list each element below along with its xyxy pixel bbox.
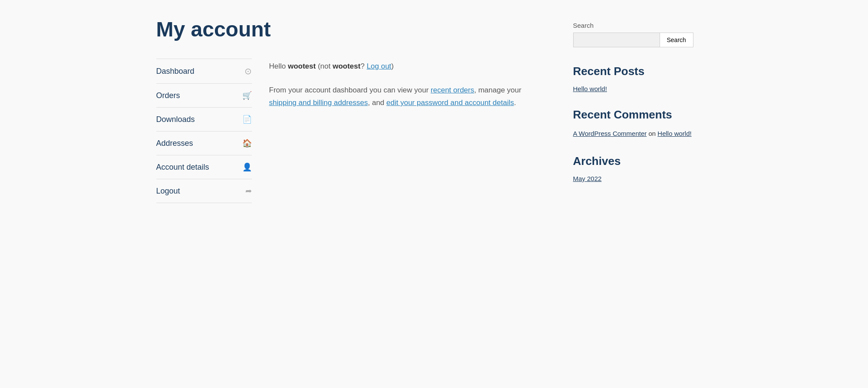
nav-label-dashboard: Dashboard [156, 67, 195, 76]
nav-item-downloads[interactable]: Downloads 📄 [156, 108, 252, 132]
addresses-icon: 🏠 [242, 138, 252, 148]
archives-section: Archives May 2022 [573, 155, 712, 182]
desc-end: . [514, 99, 516, 107]
greeting-suffix: ? [360, 62, 366, 70]
desc-mid1: , manage your [474, 86, 521, 94]
orders-icon: 🛒 [242, 91, 252, 100]
nav-label-account-details: Account details [156, 163, 209, 172]
description-text: From your account dashboard you can view… [269, 84, 538, 109]
nav-item-orders[interactable]: Orders 🛒 [156, 84, 252, 108]
greeting-middle: (not [316, 62, 333, 70]
recent-posts-title: Recent Posts [573, 65, 712, 78]
nav-item-dashboard[interactable]: Dashboard ⊙ [156, 59, 252, 84]
greeting-user2: wootest [333, 62, 360, 70]
sidebar: Search Search Recent Posts Hello world! … [573, 17, 712, 203]
archive-link[interactable]: May 2022 [573, 175, 712, 182]
shipping-billing-link[interactable]: shipping and billing addresses [269, 99, 368, 107]
archives-title: Archives [573, 155, 712, 168]
nav-label-downloads: Downloads [156, 115, 195, 124]
recent-comments-title: Recent Comments [573, 108, 712, 122]
nav-label-addresses: Addresses [156, 139, 193, 148]
nav-item-account-details[interactable]: Account details 👤 [156, 155, 252, 179]
commenter-on-text: on [647, 130, 657, 137]
commenter-post-link[interactable]: Hello world! [657, 130, 691, 137]
account-nav: Dashboard ⊙ Orders 🛒 Downloads 📄 Address… [156, 59, 252, 203]
logout-link[interactable]: Log out [366, 62, 391, 70]
nav-item-logout[interactable]: Logout ➦ [156, 179, 252, 203]
greeting-text: Hello wootest (not wootest? Log out) [269, 60, 538, 72]
logout-icon: ➦ [245, 186, 252, 196]
nav-label-orders: Orders [156, 91, 180, 100]
account-details-icon: 👤 [242, 162, 252, 172]
password-account-link[interactable]: edit your password and account details [386, 99, 514, 107]
desc-prefix: From your account dashboard you can view… [269, 86, 431, 94]
recent-posts-section: Recent Posts Hello world! [573, 65, 712, 92]
dashboard-content: Hello wootest (not wootest? Log out) Fro… [269, 59, 538, 203]
recent-comments-section: Recent Comments A WordPress Commenter on… [573, 108, 712, 139]
commenter-link[interactable]: A WordPress Commenter [573, 130, 647, 137]
greeting-user: wootest [288, 62, 316, 70]
dashboard-icon: ⊙ [244, 66, 252, 76]
recent-post-link[interactable]: Hello world! [573, 85, 712, 92]
greeting-prefix: Hello [269, 62, 288, 70]
nav-label-logout: Logout [156, 187, 180, 196]
main-content: Dashboard ⊙ Orders 🛒 Downloads 📄 Address… [156, 59, 538, 203]
search-input[interactable] [573, 33, 660, 47]
downloads-icon: 📄 [242, 115, 252, 124]
search-widget: Search Search [573, 22, 712, 47]
greeting-end: ) [391, 62, 394, 70]
page-title: My account [156, 17, 538, 41]
recent-orders-link[interactable]: recent orders [431, 86, 474, 94]
search-row: Search [573, 33, 712, 47]
nav-item-addresses[interactable]: Addresses 🏠 [156, 132, 252, 155]
recent-comment-text: A WordPress Commenter on Hello world! [573, 128, 712, 139]
desc-mid2: , and [368, 99, 386, 107]
search-button[interactable]: Search [660, 33, 693, 47]
search-label: Search [573, 22, 712, 29]
